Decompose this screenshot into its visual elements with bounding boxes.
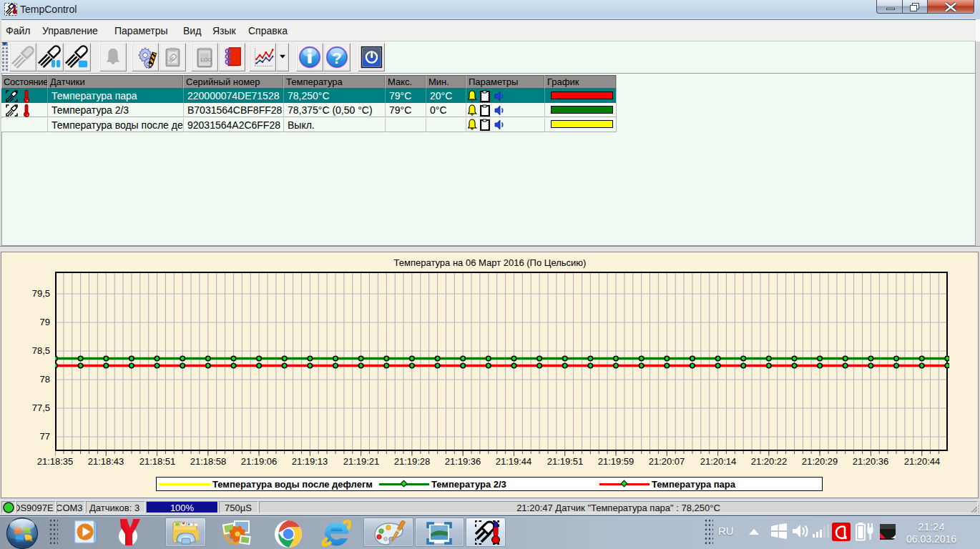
svg-text:?: ? bbox=[332, 49, 342, 67]
svg-text:LOG: LOG bbox=[200, 56, 212, 63]
